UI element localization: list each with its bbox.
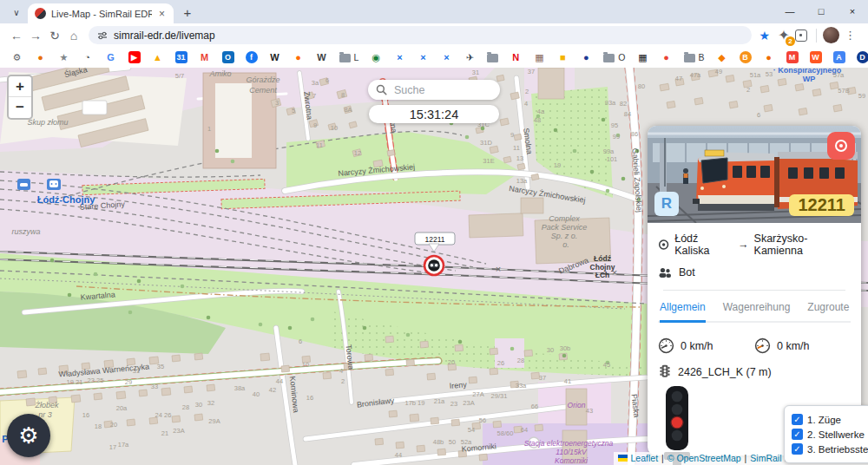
map-building bbox=[139, 390, 148, 396]
bookmark-x-blue-2-icon[interactable]: × bbox=[411, 51, 435, 63]
map-label: 45 bbox=[603, 361, 610, 369]
bookmark-navy-dot-icon[interactable]: ● bbox=[575, 51, 598, 63]
layer-row-zuege[interactable]: ✓ 1. Züge bbox=[792, 414, 868, 425]
zoom-in-button[interactable]: + bbox=[9, 76, 31, 97]
map-label: 1 bbox=[207, 125, 211, 133]
live-map[interactable]: ŚląskaZwrotnaSmutnaSmolnaGabrieli Zapols… bbox=[0, 68, 868, 465]
bookmark-google-icon[interactable]: G bbox=[99, 51, 122, 63]
bookmark-translate-icon[interactable]: A bbox=[827, 51, 851, 63]
close-button[interactable]: × bbox=[837, 0, 868, 23]
osm-link[interactable]: © OpenStreetMap bbox=[667, 453, 741, 463]
browser-menu-button[interactable]: ⋮ bbox=[839, 29, 861, 42]
map-building bbox=[161, 388, 171, 396]
bookmark-youtube-icon[interactable]: ▶ bbox=[122, 51, 146, 63]
maximize-button[interactable]: □ bbox=[806, 0, 837, 23]
home-button[interactable]: ⌂ bbox=[64, 26, 83, 45]
tree-icon bbox=[562, 354, 567, 358]
map-label: 38a bbox=[234, 384, 246, 392]
map-label: 99 bbox=[613, 133, 620, 141]
bookmark-star-icon[interactable]: ★ bbox=[52, 51, 76, 63]
bookmark-gmail-icon[interactable]: M bbox=[193, 51, 216, 63]
url-text: simrail-edr.de/livemap bbox=[114, 29, 215, 42]
bookmark-d-blue-icon[interactable]: D bbox=[851, 51, 868, 63]
bookmark-settings-icon[interactable]: ⚙ bbox=[5, 51, 29, 63]
netflix-glyph: N bbox=[510, 51, 522, 63]
game-clock: 15:31:24 bbox=[369, 105, 499, 123]
bookmark-photos-icon[interactable]: ▦ bbox=[528, 51, 551, 63]
bookmark-password-key-icon[interactable]: ● bbox=[29, 51, 52, 63]
bookmark-folder-o-icon[interactable]: O bbox=[598, 52, 631, 62]
bookmark-maps-pin-icon[interactable]: ● bbox=[654, 51, 678, 63]
map-label: Łódź bbox=[594, 254, 611, 263]
address-bar[interactable]: simrail-edr.de/livemap bbox=[89, 26, 752, 44]
map-label: 59 bbox=[858, 92, 865, 100]
bookmark-diamond-icon[interactable]: ◆ bbox=[710, 51, 733, 63]
bookmark-globe-icon[interactable]: ◉ bbox=[365, 51, 388, 63]
leaflet-link[interactable]: Leaflet bbox=[631, 453, 659, 463]
bookmark-yellow-tile-icon[interactable]: ■ bbox=[551, 51, 575, 63]
tab-search-button[interactable]: ∨ bbox=[7, 3, 26, 21]
profile-avatar[interactable] bbox=[823, 27, 839, 43]
bookmark-star-icon[interactable]: ★ bbox=[759, 29, 770, 43]
follow-train-button[interactable] bbox=[827, 132, 855, 160]
settings-button[interactable]: ⚙ bbox=[7, 414, 50, 457]
browser-tab[interactable]: Live-Map - SimRail EDR × bbox=[28, 3, 174, 23]
tree-icon bbox=[128, 311, 133, 315]
checkbox-checked-icon[interactable]: ✓ bbox=[792, 429, 803, 440]
bookmark-qr-icon[interactable]: ▦ bbox=[631, 51, 654, 63]
bookmark-w-orange-icon[interactable]: W bbox=[804, 51, 827, 63]
map-label: 23 bbox=[450, 400, 457, 408]
bookmark-folder-l-icon[interactable]: L bbox=[333, 52, 365, 62]
tree-icon bbox=[573, 149, 577, 154]
bookmark-plane-icon[interactable]: ✈ bbox=[458, 51, 482, 63]
map-building bbox=[500, 118, 509, 126]
map-label: Łódź-Chojny bbox=[37, 194, 95, 205]
bookmark-drive-icon[interactable]: ▲ bbox=[146, 51, 169, 63]
checkbox-checked-icon[interactable]: ✓ bbox=[792, 414, 803, 425]
map-building bbox=[396, 442, 404, 449]
back-button[interactable]: ← bbox=[7, 26, 26, 45]
search-input[interactable] bbox=[392, 83, 488, 97]
forward-button[interactable]: → bbox=[26, 26, 45, 45]
calendar-glyph: 31 bbox=[175, 51, 187, 63]
map-label: 8 bbox=[341, 91, 345, 99]
bookmark-outlook-icon[interactable]: O bbox=[216, 51, 240, 63]
bookmark-torch-icon[interactable]: ● bbox=[286, 51, 310, 63]
map-building bbox=[726, 75, 734, 82]
bookmark-folder-b-icon[interactable]: B bbox=[678, 52, 710, 62]
speed-limit: 0 km/h bbox=[754, 337, 851, 354]
map-building bbox=[281, 365, 290, 372]
bookmark-bitcoin-icon[interactable]: B bbox=[733, 51, 757, 63]
bookmark-history-icon[interactable]: ◔ bbox=[76, 51, 99, 63]
bookmark-facebook-icon[interactable]: f bbox=[240, 51, 263, 63]
new-tab-button[interactable]: + bbox=[177, 2, 198, 23]
bookmark-x-blue-3-icon[interactable]: × bbox=[435, 51, 458, 63]
map-label: 35 bbox=[157, 363, 164, 370]
tab-zugroute[interactable]: Zugroute bbox=[807, 301, 849, 321]
bookmark-x-blue-1-icon[interactable]: × bbox=[388, 51, 411, 63]
bookmark-orange-dot-icon[interactable]: ● bbox=[757, 51, 780, 63]
layer-row-stellwerke[interactable]: ✓ 2. Stellwerke bbox=[792, 429, 868, 440]
bookmark-wordpress-icon[interactable]: W bbox=[310, 51, 333, 63]
bookmark-m-red-icon[interactable]: M bbox=[780, 51, 804, 63]
zoom-out-button[interactable]: − bbox=[9, 97, 31, 118]
tab-close-icon[interactable]: × bbox=[157, 8, 167, 20]
route-row: Łódź Kaliska → Skarżysko-Kamienna bbox=[658, 232, 851, 257]
train-marker[interactable] bbox=[424, 256, 444, 275]
bookmark-calendar-icon[interactable]: 31 bbox=[169, 51, 193, 63]
checkbox-checked-icon[interactable]: ✓ bbox=[792, 443, 803, 455]
tab-wagenreihung[interactable]: Wagenreihung bbox=[723, 301, 791, 321]
bookmark-wikipedia-icon[interactable]: W bbox=[263, 51, 286, 63]
tab-allgemein[interactable]: Allgemein bbox=[660, 301, 706, 323]
minimize-button[interactable]: — bbox=[774, 0, 806, 23]
bookmark-netflix-icon[interactable]: N bbox=[504, 51, 528, 63]
extension-shortcut-button[interactable]: ✦ 2 bbox=[775, 27, 792, 44]
layer-row-betriebsstellen[interactable]: ✓ 3. Betriebsstellen bbox=[792, 443, 868, 455]
map-building bbox=[694, 97, 703, 104]
bookmark-folder-1-icon[interactable] bbox=[482, 52, 504, 62]
map-label: Żłobek bbox=[34, 401, 59, 409]
reload-button[interactable]: ↻ bbox=[45, 26, 64, 45]
extensions-button[interactable] bbox=[792, 27, 810, 44]
folder-icon bbox=[339, 54, 351, 62]
map-building bbox=[535, 424, 543, 431]
